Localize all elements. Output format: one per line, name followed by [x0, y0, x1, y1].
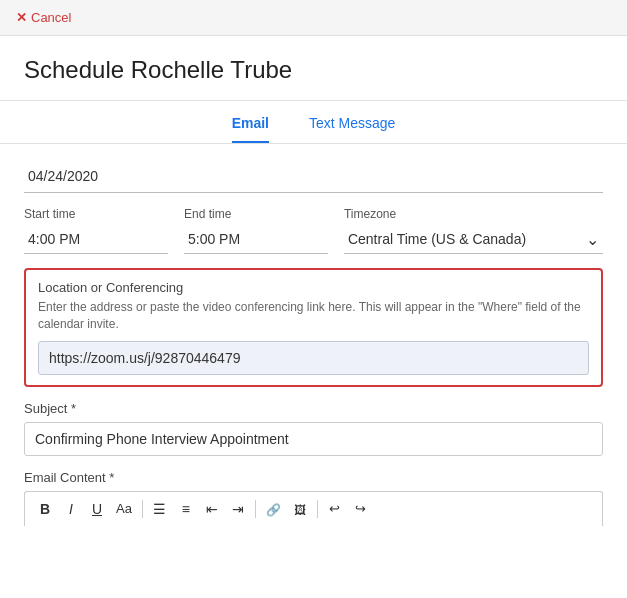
cancel-label: Cancel	[31, 10, 71, 25]
top-bar: ✕ Cancel	[0, 0, 627, 36]
subject-label: Subject *	[24, 401, 603, 416]
underline-button[interactable]: U	[85, 498, 109, 520]
email-content-label: Email Content *	[24, 470, 603, 485]
toolbar-separator-3	[317, 500, 318, 518]
timezone-select-wrapper: Eastern Time (US & Canada) Central Time …	[344, 225, 603, 254]
location-label: Location or Conferencing	[38, 280, 589, 295]
time-row: Start time End time Timezone Eastern Tim…	[24, 207, 603, 254]
editor-toolbar: B I U Aa ⇤ ⇥	[24, 491, 603, 526]
outdent-icon: ⇤	[206, 501, 218, 517]
outdent-button[interactable]: ⇤	[200, 498, 224, 520]
undo-button[interactable]: ↩	[323, 498, 347, 519]
indent-button[interactable]: ⇥	[226, 498, 250, 520]
date-input[interactable]	[24, 160, 603, 193]
ordered-list-icon	[182, 501, 190, 517]
indent-icon: ⇥	[232, 501, 244, 517]
subject-input[interactable]	[24, 422, 603, 456]
form-body: Start time End time Timezone Eastern Tim…	[0, 144, 627, 550]
tabs-container: Email Text Message	[0, 101, 627, 144]
timezone-label: Timezone	[344, 207, 603, 221]
font-size-button[interactable]: Aa	[111, 498, 137, 519]
end-time-label: End time	[184, 207, 328, 221]
timezone-group: Timezone Eastern Time (US & Canada) Cent…	[344, 207, 603, 254]
location-input[interactable]	[38, 341, 589, 375]
link-button[interactable]	[261, 498, 286, 520]
start-time-label: Start time	[24, 207, 168, 221]
image-icon	[294, 501, 306, 517]
undo-icon: ↩	[329, 501, 340, 516]
bold-button[interactable]: B	[33, 498, 57, 520]
redo-icon: ↪	[355, 501, 366, 516]
end-time-group: End time	[184, 207, 328, 254]
location-hint: Enter the address or paste the video con…	[38, 299, 589, 333]
start-time-group: Start time	[24, 207, 168, 254]
location-section: Location or Conferencing Enter the addre…	[24, 268, 603, 387]
timezone-select[interactable]: Eastern Time (US & Canada) Central Time …	[344, 225, 603, 253]
tab-text-message[interactable]: Text Message	[309, 115, 395, 143]
image-button[interactable]	[288, 498, 312, 520]
link-icon	[266, 501, 281, 517]
italic-button[interactable]: I	[59, 498, 83, 520]
email-content-section: Email Content * B I U Aa ⇤ ⇥	[24, 470, 603, 526]
toolbar-separator-1	[142, 500, 143, 518]
unordered-list-button[interactable]	[148, 498, 172, 520]
unordered-list-icon	[153, 501, 166, 517]
start-time-input[interactable]	[24, 225, 168, 254]
page-title: Schedule Rochelle Trube	[0, 36, 627, 101]
subject-section: Subject *	[24, 401, 603, 456]
end-time-input[interactable]	[184, 225, 328, 254]
ordered-list-button[interactable]	[174, 498, 198, 520]
cancel-x-icon: ✕	[16, 10, 27, 25]
toolbar-separator-2	[255, 500, 256, 518]
tab-email[interactable]: Email	[232, 115, 269, 143]
redo-button[interactable]: ↪	[349, 498, 373, 519]
cancel-button[interactable]: ✕ Cancel	[16, 10, 71, 25]
